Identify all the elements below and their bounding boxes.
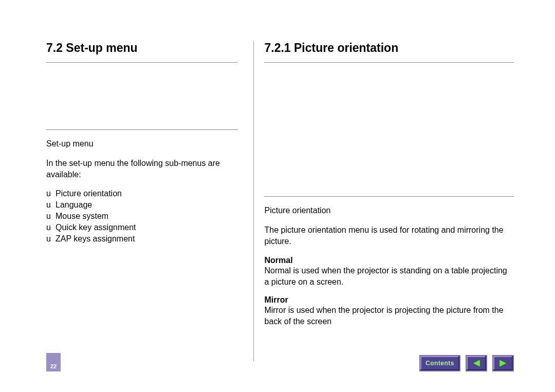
left-mid-rule bbox=[46, 129, 238, 130]
right-column: 7.2.1 Picture orientation Picture orient… bbox=[254, 41, 514, 361]
page-number-badge: 22 bbox=[46, 353, 61, 371]
prev-page-button[interactable] bbox=[466, 355, 487, 371]
footer: 22 Contents bbox=[46, 351, 514, 371]
nav-group: Contents bbox=[419, 355, 514, 371]
left-subhead: Set-up menu bbox=[46, 139, 238, 148]
desc-normal: Normal is used when the projector is sta… bbox=[264, 265, 514, 287]
right-heading: 7.2.1 Picture orientation bbox=[264, 41, 514, 55]
term-mirror: Mirror bbox=[264, 295, 514, 305]
left-heading: 7.2 Set-up menu bbox=[46, 41, 238, 55]
right-subhead: Picture orientation bbox=[264, 206, 514, 215]
contents-button[interactable]: Contents bbox=[419, 355, 460, 371]
right-mid-rule bbox=[264, 196, 514, 197]
arrow-left-icon bbox=[471, 358, 482, 369]
left-intro: In the set-up menu the following sub-men… bbox=[46, 158, 238, 180]
right-intro: The picture orientation menu is used for… bbox=[264, 225, 514, 247]
next-page-button[interactable] bbox=[492, 355, 514, 371]
left-column: 7.2 Set-up menu Set-up menu In the set-u… bbox=[46, 41, 253, 361]
list-item: uQuick key assignment bbox=[46, 223, 238, 232]
list-item: uZAP keys assignment bbox=[46, 234, 238, 244]
svg-marker-0 bbox=[473, 360, 480, 367]
list-item: uPicture orientation bbox=[46, 189, 238, 198]
svg-marker-1 bbox=[499, 360, 507, 367]
term-normal: Normal bbox=[264, 256, 514, 265]
arrow-right-icon bbox=[497, 358, 509, 369]
desc-mirror: Mirror is used when the projector is pro… bbox=[264, 305, 514, 327]
left-bullet-list: uPicture orientation uLanguage uMouse sy… bbox=[46, 189, 238, 244]
list-item: uLanguage bbox=[46, 200, 238, 210]
list-item: uMouse system bbox=[46, 212, 238, 221]
